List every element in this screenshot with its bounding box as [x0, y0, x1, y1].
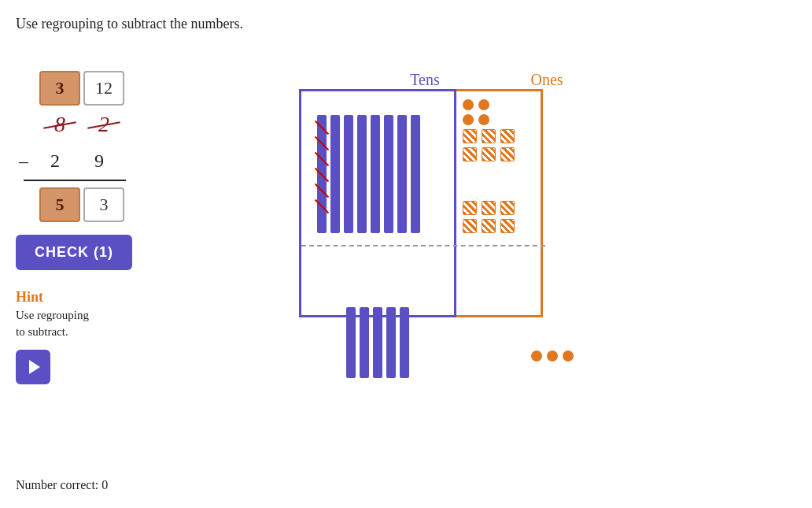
subtrahend-row: – 2 9	[16, 145, 189, 176]
score-text: Number correct: 0	[16, 478, 108, 492]
ones-dot-hatch	[500, 129, 515, 143]
ones-dot-hatch	[463, 129, 477, 143]
strikethrough-row: 8 2	[39, 107, 189, 142]
ones-box	[456, 89, 543, 317]
below-tens-bars	[346, 307, 409, 378]
top-tens-cell: 3	[39, 71, 80, 106]
tens-bar-below	[360, 307, 369, 378]
ones-dot-hatch	[482, 219, 496, 233]
tens-bar-below	[400, 307, 409, 378]
ones-dot-below	[547, 350, 558, 362]
ones-dot-below	[563, 350, 574, 362]
tens-box	[299, 89, 456, 317]
ones-label: Ones	[504, 71, 590, 89]
ones-dot	[478, 114, 489, 125]
tens-bar	[330, 115, 340, 233]
ones-dot-hatch	[463, 219, 477, 233]
column-labels: Tens Ones	[346, 71, 598, 89]
answer-tens-cell[interactable]: 5	[39, 187, 80, 222]
ones-dot	[478, 99, 489, 110]
hint-section: Hint Use regroupingto subtract.	[16, 289, 189, 340]
check-button[interactable]: CHECK (1)	[16, 235, 132, 270]
below-ones-dots	[531, 350, 574, 362]
tens-bar	[411, 115, 420, 233]
tens-bars-inside	[317, 115, 420, 233]
dashed-divider	[301, 245, 545, 247]
left-panel: 3 12 8 2 – 2 9 5 3 CHECK (1) Hint Use re…	[16, 71, 189, 384]
top-ones-cell: 12	[83, 71, 124, 106]
tens-bar-below	[386, 307, 396, 378]
tens-bar	[397, 115, 407, 233]
ones-dot-hatch	[500, 147, 515, 161]
tens-bar	[344, 115, 353, 233]
answer-ones-cell[interactable]: 3	[83, 187, 124, 222]
sub-tens: 2	[35, 145, 76, 176]
instruction-text: Use regrouping to subtract the numbers.	[16, 16, 243, 32]
tens-bar-below	[373, 307, 382, 378]
ones-dot-hatch	[482, 201, 496, 215]
tens-label: Tens	[346, 71, 504, 89]
ones-dot-hatch	[482, 129, 496, 143]
ones-dot	[463, 114, 474, 125]
hint-text: Use regroupingto subtract.	[16, 307, 189, 340]
minus-sign: –	[16, 150, 31, 172]
tens-bar	[384, 115, 393, 233]
ones-dot-hatch	[482, 147, 496, 161]
strike-ones: 2	[83, 107, 124, 142]
sub-ones: 9	[79, 145, 120, 176]
hint-title: Hint	[16, 289, 189, 306]
boxes-container	[299, 89, 598, 317]
ones-inside	[463, 99, 515, 237]
answer-row: 5 3	[39, 187, 189, 222]
ones-dot-hatch	[463, 147, 477, 161]
tens-bar	[371, 115, 380, 233]
ones-dot-hatch	[500, 219, 515, 233]
divider-line	[24, 180, 126, 181]
strike-tens: 8	[39, 107, 80, 142]
tens-bar	[357, 115, 367, 233]
play-button[interactable]	[16, 350, 50, 384]
ones-dot	[463, 99, 474, 110]
tens-bar-below	[346, 307, 356, 378]
ones-dot-below	[531, 350, 542, 362]
visual-panel: Tens Ones	[299, 71, 598, 317]
ones-dot-hatch	[463, 201, 477, 215]
play-icon	[29, 360, 40, 374]
ones-dot-hatch	[500, 201, 515, 215]
